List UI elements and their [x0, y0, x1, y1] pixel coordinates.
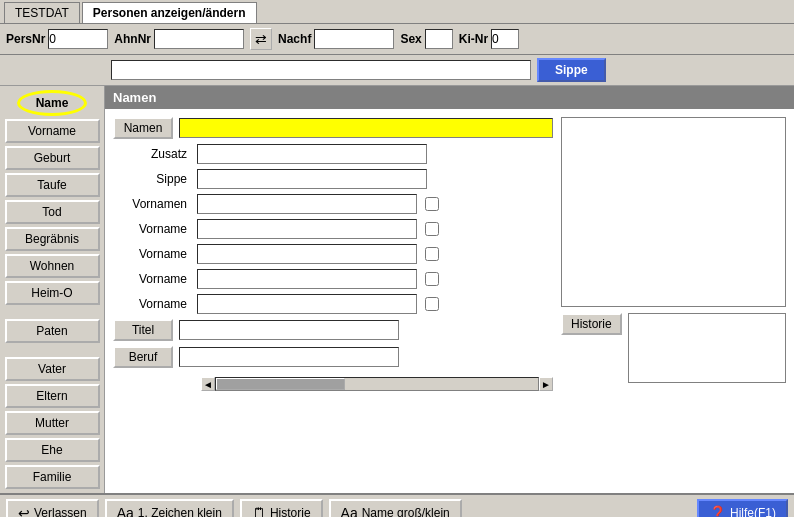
vorname2-label: Vorname — [113, 247, 193, 261]
section-header: Namen — [105, 86, 794, 109]
zusatz-input[interactable] — [197, 144, 427, 164]
ahnNr-label: AhnNr — [114, 32, 151, 46]
ehe-button[interactable]: Ehe — [5, 438, 100, 462]
vorname1-row: Vorname — [113, 219, 553, 239]
vorname3-row: Vorname — [113, 269, 553, 289]
tab-testdat[interactable]: TESTDAT — [4, 2, 80, 23]
sex-label: Sex — [400, 32, 421, 46]
vorname4-checkbox[interactable] — [425, 297, 439, 311]
transfer-icon[interactable]: ⇄ — [250, 28, 272, 50]
vorname3-checkbox[interactable] — [425, 272, 439, 286]
beruf-row: Beruf — [113, 346, 553, 368]
vornamen-label: Vornamen — [113, 197, 193, 211]
form-body: Namen Zusatz Sippe — [105, 109, 794, 493]
sippe-row: Sippe — [113, 169, 553, 189]
scrollbar-track[interactable] — [215, 377, 539, 391]
vorname-button[interactable]: Vorname — [5, 119, 100, 143]
vorname1-checkbox[interactable] — [425, 222, 439, 236]
kiNr-group: Ki-Nr — [459, 29, 519, 49]
persNr-group: PersNr — [6, 29, 108, 49]
tab-personen[interactable]: Personen anzeigen/ändern — [82, 2, 257, 23]
zeichen-klein-icon: Aa — [117, 505, 134, 517]
name-gross-klein-button[interactable]: Aa Name groß/klein — [329, 499, 462, 517]
vorname2-checkbox[interactable] — [425, 247, 439, 261]
heimO-button[interactable]: Heim-O — [5, 281, 100, 305]
ahnNr-input[interactable] — [154, 29, 244, 49]
paten-button[interactable]: Paten — [5, 319, 100, 343]
eltern-button[interactable]: Eltern — [5, 384, 100, 408]
beruf-button[interactable]: Beruf — [113, 346, 173, 368]
zusatz-label: Zusatz — [113, 147, 193, 161]
vorname3-input[interactable] — [197, 269, 417, 289]
nachf-group: Nachf — [278, 29, 394, 49]
nachf-input[interactable] — [314, 29, 394, 49]
titel-row: Titel — [113, 319, 553, 341]
namen-input[interactable] — [179, 118, 553, 138]
name-row: Sippe — [0, 55, 794, 86]
titel-button[interactable]: Titel — [113, 319, 173, 341]
familie-button[interactable]: Familie — [5, 465, 100, 489]
sippe-label: Sippe — [113, 172, 193, 186]
historie-bottom-button[interactable]: 🗒 Historie — [240, 499, 323, 517]
historie-bottom-icon: 🗒 — [252, 505, 266, 517]
historie-button[interactable]: Historie — [561, 313, 622, 335]
vornamen-row: Vornamen — [113, 194, 553, 214]
header-row: PersNr AhnNr ⇄ Nachf Sex Ki-Nr — [0, 24, 794, 55]
vater-button[interactable]: Vater — [5, 357, 100, 381]
tab-bar: TESTDAT Personen anzeigen/ändern — [0, 0, 794, 24]
scroll-left[interactable]: ◄ — [201, 377, 215, 391]
name-search-input[interactable] — [111, 60, 531, 80]
namen-button[interactable]: Namen — [113, 117, 173, 139]
vorname4-label: Vorname — [113, 297, 193, 311]
vorname2-input[interactable] — [197, 244, 417, 264]
kiNr-label: Ki-Nr — [459, 32, 488, 46]
zeichen-klein-button[interactable]: Aa 1. Zeichen klein — [105, 499, 234, 517]
persNr-input[interactable] — [48, 29, 108, 49]
zusatz-row: Zusatz — [113, 144, 553, 164]
taufe-button[interactable]: Taufe — [5, 173, 100, 197]
right-content: Namen Namen Zusatz — [105, 86, 794, 493]
sex-group: Sex — [400, 29, 452, 49]
body-section: Name Vorname Geburt Taufe Tod Begräbnis … — [0, 86, 794, 493]
verlassen-button[interactable]: ↩ Verlassen — [6, 499, 99, 517]
left-sidebar: Name Vorname Geburt Taufe Tod Begräbnis … — [0, 86, 105, 493]
vorname1-input[interactable] — [197, 219, 417, 239]
vorname4-input[interactable] — [197, 294, 417, 314]
hilfe-button[interactable]: ❓ Hilfe(F1) — [697, 499, 788, 517]
ahnNr-group: AhnNr — [114, 29, 244, 49]
scrollbar-thumb — [216, 378, 345, 390]
begrabnis-button[interactable]: Begräbnis — [5, 227, 100, 251]
kiNr-input[interactable] — [491, 29, 519, 49]
sippe-input[interactable] — [197, 169, 427, 189]
name-gross-klein-icon: Aa — [341, 505, 358, 517]
scroll-right[interactable]: ► — [539, 377, 553, 391]
sex-input[interactable] — [425, 29, 453, 49]
geburt-button[interactable]: Geburt — [5, 146, 100, 170]
historie-section: Historie — [561, 313, 786, 383]
namen-row: Namen — [113, 117, 553, 139]
nachf-label: Nachf — [278, 32, 311, 46]
scrollbar-row: ◄ ► — [201, 377, 553, 391]
vorname2-row: Vorname — [113, 244, 553, 264]
tod-button[interactable]: Tod — [5, 200, 100, 224]
titel-input[interactable] — [179, 320, 399, 340]
app-container: TESTDAT Personen anzeigen/ändern PersNr … — [0, 0, 794, 517]
beruf-input[interactable] — [179, 347, 399, 367]
vorname3-label: Vorname — [113, 272, 193, 286]
name-button[interactable]: Name — [17, 90, 87, 116]
vorname4-row: Vorname — [113, 294, 553, 314]
sippe-button[interactable]: Sippe — [537, 58, 606, 82]
form-left: Namen Zusatz Sippe — [113, 117, 553, 489]
verlassen-icon: ↩ — [18, 505, 30, 517]
mutter-button[interactable]: Mutter — [5, 411, 100, 435]
vorname1-label: Vorname — [113, 222, 193, 236]
persNr-label: PersNr — [6, 32, 45, 46]
wohnen-button[interactable]: Wohnen — [5, 254, 100, 278]
vornamen-checkbox[interactable] — [425, 197, 439, 211]
form-right: Historie — [561, 117, 786, 489]
bottom-bar: ↩ Verlassen Aa 1. Zeichen klein 🗒 Histor… — [0, 493, 794, 517]
historie-textarea[interactable] — [628, 313, 786, 383]
hilfe-icon: ❓ — [709, 505, 726, 517]
vornamen-input[interactable] — [197, 194, 417, 214]
right-empty-panel — [561, 117, 786, 307]
